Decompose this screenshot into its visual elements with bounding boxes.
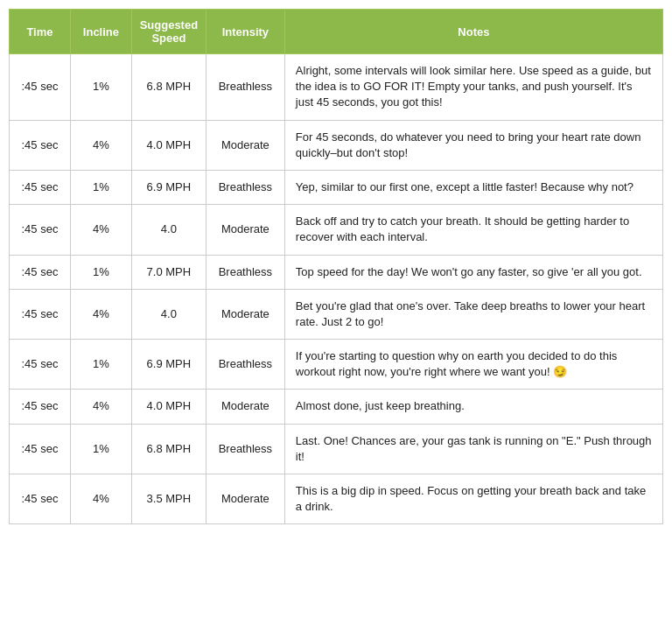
cell-time: :45 sec: [10, 255, 71, 289]
cell-incline: 1%: [70, 170, 131, 204]
header-time: Time: [10, 10, 71, 54]
cell-intensity: Moderate: [206, 474, 284, 524]
cell-speed: 4.0: [131, 289, 206, 339]
cell-intensity: Moderate: [206, 205, 284, 255]
cell-notes: Back off and try to catch your breath. I…: [284, 205, 662, 255]
cell-speed: 4.0 MPH: [131, 120, 206, 170]
cell-time: :45 sec: [10, 424, 71, 474]
cell-notes: If you're starting to question why on ea…: [284, 340, 662, 390]
workout-table: Time Incline Suggested Speed Intensity N…: [9, 9, 663, 524]
cell-speed: 6.8 MPH: [131, 54, 206, 121]
cell-incline: 1%: [70, 424, 131, 474]
cell-intensity: Moderate: [206, 120, 284, 170]
cell-time: :45 sec: [10, 205, 71, 255]
cell-notes: Bet you're glad that one's over. Take de…: [284, 289, 662, 339]
cell-incline: 4%: [70, 390, 131, 424]
cell-speed: 6.9 MPH: [131, 340, 206, 390]
cell-incline: 4%: [70, 289, 131, 339]
table-row: :45 sec1%6.9 MPHBreathlessIf you're star…: [10, 340, 663, 390]
table-row: :45 sec4%4.0 MPHModerateAlmost done, jus…: [10, 390, 663, 424]
cell-speed: 6.8 MPH: [131, 424, 206, 474]
table-row: :45 sec1%6.8 MPHBreathlessLast. One! Cha…: [10, 424, 663, 474]
cell-incline: 4%: [70, 120, 131, 170]
header-speed: Suggested Speed: [131, 10, 206, 54]
cell-time: :45 sec: [10, 120, 71, 170]
table-row: :45 sec4%4.0 MPHModerateFor 45 seconds, …: [10, 120, 663, 170]
cell-incline: 1%: [70, 54, 131, 121]
header-notes: Notes: [284, 10, 662, 54]
table-row: :45 sec4%3.5 MPHModerateThis is a big di…: [10, 474, 663, 524]
cell-notes: Last. One! Chances are, your gas tank is…: [284, 424, 662, 474]
cell-notes: This is a big dip in speed. Focus on get…: [284, 474, 662, 524]
header-incline: Incline: [70, 10, 131, 54]
cell-intensity: Breathless: [206, 170, 284, 204]
cell-notes: Alright, some intervals will look simila…: [284, 54, 662, 121]
cell-intensity: Breathless: [206, 255, 284, 289]
cell-speed: 7.0 MPH: [131, 255, 206, 289]
cell-time: :45 sec: [10, 474, 71, 524]
cell-incline: 4%: [70, 205, 131, 255]
table-row: :45 sec1%6.9 MPHBreathlessYep, similar t…: [10, 170, 663, 204]
cell-speed: 4.0: [131, 205, 206, 255]
table-row: :45 sec1%6.8 MPHBreathlessAlright, some …: [10, 54, 663, 121]
cell-speed: 4.0 MPH: [131, 390, 206, 424]
cell-notes: Almost done, just keep breathing.: [284, 390, 662, 424]
cell-notes: Yep, similar to our first one, except a …: [284, 170, 662, 204]
table-row: :45 sec4%4.0ModerateBack off and try to …: [10, 205, 663, 255]
cell-incline: 4%: [70, 474, 131, 524]
cell-intensity: Breathless: [206, 340, 284, 390]
table-row: :45 sec4%4.0ModerateBet you're glad that…: [10, 289, 663, 339]
cell-incline: 1%: [70, 340, 131, 390]
cell-speed: 6.9 MPH: [131, 170, 206, 204]
cell-time: :45 sec: [10, 170, 71, 204]
cell-time: :45 sec: [10, 340, 71, 390]
cell-speed: 3.5 MPH: [131, 474, 206, 524]
cell-incline: 1%: [70, 255, 131, 289]
cell-intensity: Breathless: [206, 424, 284, 474]
cell-notes: Top speed for the day! We won't go any f…: [284, 255, 662, 289]
cell-time: :45 sec: [10, 54, 71, 121]
cell-intensity: Moderate: [206, 390, 284, 424]
header-intensity: Intensity: [206, 10, 284, 54]
table-row: :45 sec1%7.0 MPHBreathlessTop speed for …: [10, 255, 663, 289]
cell-time: :45 sec: [10, 390, 71, 424]
cell-intensity: Moderate: [206, 289, 284, 339]
cell-notes: For 45 seconds, do whatever you need to …: [284, 120, 662, 170]
cell-intensity: Breathless: [206, 54, 284, 121]
cell-time: :45 sec: [10, 289, 71, 339]
